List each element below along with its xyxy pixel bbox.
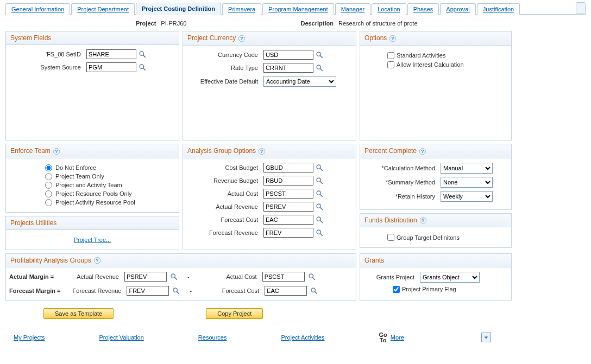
minus-sign: - [181,273,196,280]
help-icon[interactable] [419,216,427,224]
tabs-more-icon[interactable] [576,2,586,14]
goto-more-link[interactable]: More [391,334,404,341]
tab-primavera[interactable]: Primavera [222,3,261,15]
effective-date-select[interactable]: Accounting Date [263,76,336,87]
tab-general-information[interactable]: General Information [5,3,70,15]
lookup-icon[interactable] [316,190,323,197]
lookup-icon[interactable] [316,177,323,184]
lookup-icon[interactable] [316,203,323,210]
help-icon[interactable] [53,148,60,155]
actual-revenue-input[interactable] [263,202,313,212]
radio-project-resource-pools[interactable] [45,190,52,197]
project-primary-flag-checkbox[interactable] [393,286,400,293]
radio-label: Project and Activity Team [55,182,122,188]
enforce-team-box: Enforce Team Do Not Enforce Project Team… [5,144,179,213]
forecast-revenue-input[interactable] [127,286,169,296]
currency-code-label: Currency Code [188,52,261,58]
actual-cost-input[interactable] [262,272,305,282]
tab-phases[interactable]: Phases [407,3,439,15]
project-tree-link[interactable]: Project Tree... [74,237,111,243]
goto-dropdown-icon[interactable] [481,333,491,342]
calculation-method-label: Calculation Method [366,165,438,171]
tab-project-department[interactable]: Project Department [71,3,135,15]
forecast-cost-label: Forecast Cost [202,288,261,294]
lookup-icon[interactable] [316,229,323,237]
my-projects-link[interactable]: My Projects [14,334,45,341]
actual-cost-label: Actual Cost [188,190,261,197]
rate-type-label: Rate Type [188,65,261,71]
lookup-icon[interactable] [316,164,323,171]
summary-method-label: Summary Method [366,179,438,186]
forecast-cost-label: Forecast Cost [188,216,261,223]
help-icon[interactable] [93,257,101,264]
tab-approval[interactable]: Approval [440,3,475,15]
project-currency-box: Project Currency Currency Code Rate Type… [183,31,356,141]
calculation-method-select[interactable]: Manual [441,163,493,174]
retain-history-select[interactable]: Weekly [441,191,493,202]
radio-do-not-enforce[interactable] [45,164,52,171]
group-target-label: Group Target Definitons [397,234,460,241]
lookup-icon[interactable] [310,287,318,295]
forecast-margin-label: Forecast Margin = [9,288,60,294]
radio-label: Project Team Only [55,173,104,180]
project-activities-link[interactable]: Project Activities [281,334,324,341]
help-icon[interactable] [238,35,246,42]
tab-project-costing-definition[interactable]: Project Costing Definition [136,3,221,15]
funds-distribution-header: Funds Distribution [364,216,417,224]
grants-project-select[interactable]: Grants Object [420,272,480,283]
analysis-group-header: Analysis Group Options [187,147,256,155]
profitability-header: Profitability Analysis Groups [10,257,91,264]
forecast-cost-input[interactable] [263,215,313,225]
rate-type-input[interactable] [263,63,313,73]
help-icon[interactable] [419,148,426,155]
system-fields-box: System Fields 'FS_08 SetID System Source [5,31,179,141]
save-as-template-button[interactable]: Save as Template [43,308,114,319]
actual-cost-label: Actual Cost [199,273,259,280]
revenue-budget-input[interactable] [263,176,313,186]
actual-cost-input[interactable] [263,189,313,199]
revenue-budget-label: Revenue Budget [188,177,261,184]
group-target-checkbox[interactable] [387,234,394,241]
cost-budget-label: Cost Budget [188,164,261,171]
lookup-icon[interactable] [316,64,323,72]
currency-code-input[interactable] [263,50,313,60]
grants-project-label: Grants Project [366,274,418,280]
lookup-icon[interactable] [316,216,323,223]
standard-activities-checkbox[interactable] [387,52,394,59]
lookup-icon[interactable] [170,273,178,280]
project-label: Project [136,20,159,27]
actual-revenue-input[interactable] [124,272,167,282]
resources-link[interactable]: Resources [198,334,227,341]
system-source-input[interactable] [86,62,136,72]
summary-method-select[interactable]: None [441,177,493,188]
percent-complete-box: Percent Complete Calculation MethodManua… [360,144,512,210]
lookup-icon[interactable] [308,273,316,280]
radio-label: Project Activity Resource Pool [55,199,135,206]
help-icon[interactable] [389,35,397,42]
forecast-revenue-label: Forecast Revenue [188,229,261,236]
radio-project-team-only[interactable] [45,173,52,180]
tab-program-management[interactable]: Program Management [262,3,334,15]
setid-input[interactable] [86,49,136,59]
project-primary-flag-label: Project Primary Flag [402,286,456,292]
setid-label: 'FS_08 SetID [11,51,84,58]
minus-sign: - [183,288,198,294]
copy-project-button[interactable]: Copy Project [206,308,263,319]
project-valuation-link[interactable]: Project Valuation [99,334,143,341]
help-icon[interactable] [258,148,266,155]
forecast-revenue-input[interactable] [263,228,313,238]
lookup-icon[interactable] [139,63,146,71]
projects-utilities-box: Projects Utilities Project Tree... [5,216,179,250]
lookup-icon[interactable] [316,51,323,59]
radio-project-activity-resource-pool[interactable] [45,199,52,206]
allow-interest-checkbox[interactable] [387,61,394,68]
forecast-cost-input[interactable] [265,286,307,296]
radio-project-activity-team[interactable] [45,182,52,189]
description-value: Research of structure of prote [338,20,418,27]
tab-justification[interactable]: Justification [477,3,520,15]
lookup-icon[interactable] [139,50,146,58]
tab-manager[interactable]: Manager [335,3,370,15]
tab-location[interactable]: Location [372,3,406,15]
lookup-icon[interactable] [172,287,180,295]
cost-budget-input[interactable] [263,163,313,173]
